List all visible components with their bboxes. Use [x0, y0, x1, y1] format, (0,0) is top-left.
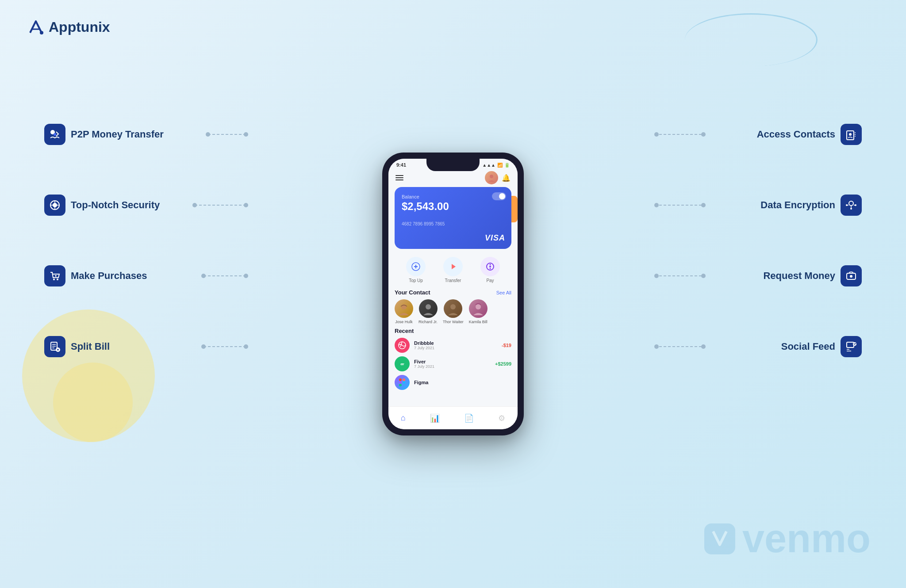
- venmo-text: venmo: [742, 516, 871, 561]
- encryption-label: Data Encryption: [760, 199, 835, 211]
- svg-rect-55: [399, 381, 402, 384]
- transfer-button[interactable]: Transfer: [443, 257, 463, 283]
- header-right: 🔔: [485, 171, 511, 184]
- svg-point-56: [403, 381, 405, 384]
- svg-point-4: [53, 203, 57, 207]
- dribbble-name: Dribbble: [414, 340, 497, 346]
- feature-social-feed: Social Feed: [781, 336, 862, 357]
- contact-jose[interactable]: Jose Hulk: [395, 299, 413, 324]
- recent-section: Recent Dribbble 7 July 2021 -$19: [388, 328, 518, 390]
- contact-name-thor: Thor Waiter: [443, 320, 464, 324]
- svg-point-30: [244, 344, 248, 349]
- bottom-navigation: ⌂ 📊 📄 ⚙: [388, 406, 518, 429]
- logo-text: Apptunix: [49, 19, 110, 35]
- svg-rect-53: [399, 378, 402, 381]
- phone-notch: [426, 159, 480, 171]
- figma-name: Figma: [414, 380, 507, 385]
- contact-avatar-richard: [419, 299, 438, 318]
- transaction-figma[interactable]: Figma: [395, 375, 511, 390]
- svg-rect-54: [403, 378, 405, 381]
- feature-contacts: Access Contacts: [757, 124, 862, 145]
- nav-document-icon[interactable]: 📄: [464, 413, 474, 423]
- contact-thor[interactable]: Thor Waiter: [443, 299, 464, 324]
- feature-security: Top-Notch Security: [44, 195, 160, 216]
- split-bill-label: Split Bill: [71, 341, 110, 352]
- user-avatar[interactable]: [485, 171, 498, 184]
- transaction-dribbble[interactable]: Dribbble 7 July 2021 -$19: [395, 338, 511, 353]
- svg-point-23: [192, 203, 197, 207]
- logo: Apptunix: [27, 18, 110, 36]
- social-feed-label: Social Feed: [781, 341, 835, 352]
- svg-point-10: [849, 133, 852, 136]
- recent-title: Recent: [395, 328, 511, 334]
- figma-info: Figma: [414, 380, 507, 385]
- fiver-icon: err: [395, 356, 410, 371]
- svg-point-49: [426, 304, 431, 309]
- contacts-section: Your Contact See All Jose Hulk: [388, 287, 518, 328]
- app-header: 🔔: [388, 169, 518, 187]
- p2p-label: P2P Money Transfer: [71, 129, 164, 140]
- purchases-label: Make Purchases: [71, 270, 147, 282]
- balance-amount: $2,543.00: [402, 200, 504, 213]
- security-label: Top-Notch Security: [71, 199, 160, 211]
- action-buttons: Top Up Transfer: [388, 253, 518, 287]
- fiver-name: Fiver: [414, 359, 491, 364]
- dribbble-amount: -$19: [502, 343, 511, 348]
- phone-outer: 9:41 ▲▲▲ 📶 🔋: [382, 153, 524, 435]
- svg-point-26: [201, 274, 206, 278]
- contact-avatar-kamila: [469, 299, 488, 318]
- nav-settings-icon[interactable]: ⚙: [498, 413, 505, 423]
- transaction-fiver[interactable]: err Fiver 7 July 2021 +$2599: [395, 356, 511, 371]
- dribbble-info: Dribbble 7 July 2021: [414, 340, 497, 350]
- contact-richard[interactable]: Richard Jr.: [418, 299, 438, 324]
- svg-point-12: [846, 204, 848, 206]
- svg-point-6: [57, 279, 58, 280]
- contact-kamila[interactable]: Kamila Bill: [469, 299, 488, 324]
- svg-point-47: [489, 266, 491, 267]
- credit-card: Balance $2,543.00 4682 7896 8995 7865 VI…: [395, 187, 511, 249]
- svg-point-51: [476, 304, 481, 309]
- contacts-list: Jose Hulk Richard Jr.: [395, 299, 511, 324]
- nav-home-icon[interactable]: ⌂: [401, 413, 406, 423]
- svg-point-39: [701, 274, 706, 278]
- contacts-title: Your Contact: [395, 289, 430, 296]
- apptunix-logo-icon: [27, 18, 45, 36]
- svg-point-29: [201, 344, 206, 349]
- feature-request-money: Request Money: [763, 265, 862, 286]
- request-money-label: Request Money: [763, 270, 835, 282]
- svg-point-33: [701, 132, 706, 137]
- topup-button[interactable]: Top Up: [406, 257, 426, 283]
- contact-name-kamila: Kamila Bill: [469, 320, 488, 324]
- svg-point-32: [654, 132, 659, 137]
- feature-split-bill: Split Bill: [44, 336, 110, 357]
- svg-rect-17: [847, 342, 854, 347]
- phone-screen: 9:41 ▲▲▲ 📶 🔋: [388, 159, 518, 429]
- fiver-date: 7 July 2021: [414, 364, 491, 369]
- svg-point-43: [490, 175, 493, 178]
- topup-circle: [406, 257, 426, 276]
- see-all-link[interactable]: See All: [496, 290, 511, 295]
- battery-icon: 🔋: [504, 163, 510, 168]
- venmo-watermark: venmo: [704, 516, 871, 561]
- hamburger-menu[interactable]: [395, 174, 403, 182]
- dribbble-icon: [395, 338, 410, 353]
- pay-label: Pay: [486, 278, 494, 283]
- svg-point-35: [654, 203, 659, 207]
- fiver-info: Fiver 7 July 2021: [414, 359, 491, 369]
- pay-button[interactable]: Pay: [480, 257, 500, 283]
- fiver-amount: +$2599: [495, 361, 511, 367]
- card-section: Balance $2,543.00 4682 7896 8995 7865 VI…: [388, 187, 518, 253]
- svg-point-38: [654, 274, 659, 278]
- nav-chart-icon[interactable]: 📊: [430, 413, 440, 423]
- pay-circle: [480, 257, 500, 276]
- venmo-icon: [704, 523, 735, 554]
- feature-p2p: P2P Money Transfer: [44, 124, 164, 145]
- purchases-icon-box: [44, 265, 65, 286]
- contacts-icon-box: [841, 124, 862, 145]
- encryption-icon-box: [841, 195, 862, 216]
- svg-point-5: [53, 279, 55, 280]
- notification-bell-icon[interactable]: 🔔: [502, 174, 511, 182]
- p2p-icon-box: [44, 124, 65, 145]
- svg-point-50: [450, 304, 456, 309]
- feature-purchases: Make Purchases: [44, 265, 147, 286]
